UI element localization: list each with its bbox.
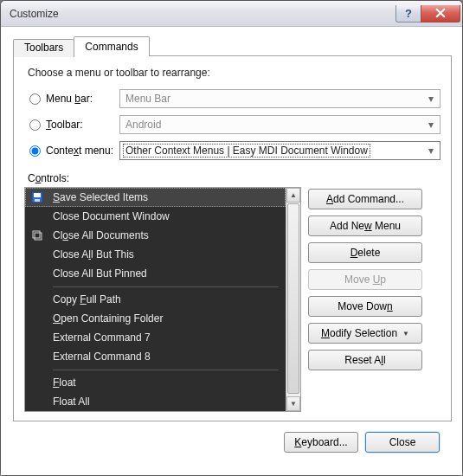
titlebar[interactable]: Customize ? [1,1,462,27]
radio-context-menu-label: Context menu: [46,145,113,157]
list-item-label: Float [53,376,76,389]
list-item[interactable]: Float [25,373,286,392]
combo-menu-bar-value: Menu Bar [125,93,170,105]
controls-label: Controls: [28,172,440,184]
svg-rect-2 [35,199,40,202]
controls-area: Save Selected ItemsClose Document Window… [24,187,440,412]
list-item-label: Open Containing Folder [53,312,163,325]
delete-button[interactable]: Delete [308,242,422,263]
radio-menu-bar-label: Menu bar: [46,93,93,105]
radio-context-menu-input[interactable] [29,145,41,157]
instruction-text: Choose a menu or toolbar to rearrange: [28,67,440,79]
client-area: Toolbars Commands Choose a menu or toolb… [1,27,462,475]
list-item-label: Close All But This [53,248,134,261]
combo-menu-bar[interactable]: Menu Bar ▾ [119,89,440,108]
list-item[interactable]: Copy Full Path [25,290,286,309]
list-item[interactable]: Close Document Window [25,207,286,226]
blank-icon [30,312,44,325]
scroll-thumb[interactable] [287,203,299,394]
list-item[interactable]: Float All [25,392,286,411]
blank-icon [30,376,44,389]
radio-menu-bar-input[interactable] [29,93,41,105]
list-item-label: External Command 8 [53,351,151,363]
list-item-label: Close All Documents [53,229,149,241]
list-item[interactable]: Close All But This [25,245,286,264]
scroll-down-icon[interactable]: ▼ [286,396,300,411]
list-item[interactable]: External Command 8 [25,347,286,366]
controls-list-inner: Save Selected ItemsClose Document Window… [25,188,286,411]
radio-context-menu[interactable]: Context menu: [24,145,119,157]
closeall-icon [30,228,44,242]
svg-rect-3 [33,231,40,238]
window-title: Customize [10,8,396,20]
chevron-down-icon: ▼ [402,330,409,338]
add-new-menu-button[interactable]: Add New Menu [308,215,422,236]
blank-icon [30,248,44,261]
separator [25,283,286,290]
list-item[interactable]: External Command 7 [25,328,286,347]
svg-rect-4 [35,233,42,240]
chevron-down-icon: ▾ [424,93,438,105]
save-icon [30,190,44,204]
controls-list[interactable]: Save Selected ItemsClose Document Window… [24,187,301,412]
separator [25,366,286,373]
customize-dialog: Customize ? Toolbars Commands Choose a m… [0,0,463,476]
window-close-button[interactable] [421,5,460,23]
tab-strip: Toolbars Commands [13,35,452,56]
combo-context-menu-value: Other Context Menus | Easy MDI Document … [123,144,370,158]
row-context-menu: Context menu: Other Context Menus | Easy… [24,139,440,162]
modify-selection-button[interactable]: Modify Selection▼ [308,323,422,344]
combo-toolbar[interactable]: Android ▾ [119,115,440,134]
blank-icon [30,331,44,344]
radio-toolbar-label: Toolbar: [46,119,83,131]
add-command-button[interactable]: Add Command... [308,189,422,209]
svg-rect-1 [34,193,41,197]
list-item[interactable]: Open Containing Folder [25,309,286,328]
blank-icon [30,267,44,280]
blank-icon [30,395,44,408]
combo-context-menu[interactable]: Other Context Menus | Easy MDI Document … [119,141,440,160]
reset-all-button[interactable]: Reset All [308,350,422,370]
side-buttons: Add Command... Add New Menu Delete Move … [308,187,422,412]
close-button[interactable]: Close [365,432,440,453]
list-item-label: Close All But Pinned [53,267,147,280]
list-item-label: Float All [53,396,90,408]
list-item-label: Copy Full Path [53,293,121,306]
row-toolbar: Toolbar: Android ▾ [24,113,440,136]
radio-menu-bar[interactable]: Menu bar: [24,93,119,105]
list-item-label: Close Document Window [53,210,170,222]
list-item[interactable]: Close All Documents [25,226,286,245]
tab-panel-commands: Choose a menu or toolbar to rearrange: M… [13,55,452,421]
scroll-up-icon[interactable]: ▲ [286,188,300,203]
list-item[interactable]: Save Selected Items [25,188,286,207]
combo-toolbar-value: Android [125,119,161,131]
tab-commands[interactable]: Commands [74,36,149,56]
blank-icon [30,293,44,306]
footer: Keyboard... Close [13,421,452,465]
scrollbar[interactable]: ▲ ▼ [286,188,300,411]
list-item-label: Save Selected Items [53,191,148,203]
chevron-down-icon: ▾ [424,119,438,131]
row-menu-bar: Menu bar: Menu Bar ▾ [24,87,440,110]
close-icon [435,8,446,18]
blank-icon [30,209,44,223]
list-item[interactable]: Close All But Pinned [25,264,286,283]
list-item-label: External Command 7 [53,331,151,344]
tab-toolbars[interactable]: Toolbars [13,39,74,57]
blank-icon [30,350,44,363]
scroll-track[interactable] [286,203,300,396]
help-button[interactable]: ? [395,5,421,23]
radio-toolbar-input[interactable] [29,119,41,131]
help-icon: ? [405,7,412,20]
keyboard-button[interactable]: Keyboard... [284,432,358,453]
move-down-button[interactable]: Move Down [308,296,422,317]
radio-toolbar[interactable]: Toolbar: [24,119,119,131]
move-up-button: Move Up [308,269,422,290]
chevron-down-icon: ▾ [424,145,438,157]
